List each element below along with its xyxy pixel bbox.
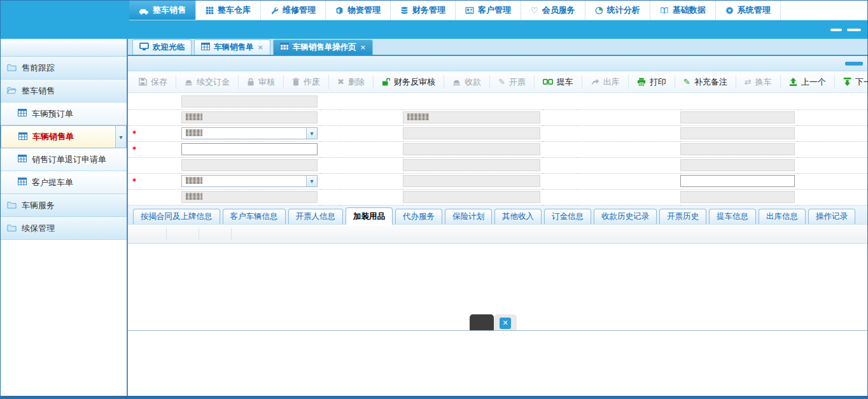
purchase-type-label [577, 141, 680, 157]
nav-stats-analysis[interactable]: 统计分析 [585, 1, 650, 20]
detail-tab[interactable]: 收款历史记录 [594, 209, 657, 224]
sidebar-item[interactable]: 续保管理 [1, 217, 127, 240]
nav-customer-mgmt[interactable]: 客户管理 [456, 1, 521, 20]
delete-button[interactable]: ✖删除 [329, 75, 374, 89]
outbound-button[interactable]: 出库 [582, 75, 629, 89]
document-tab[interactable]: 欢迎光临 [132, 39, 192, 55]
detail-tab[interactable]: 代办服务 [395, 209, 442, 224]
close-icon[interactable] [500, 318, 511, 329]
detail-tab[interactable]: 加装用品 [346, 207, 393, 225]
purchase-type-value [680, 143, 795, 155]
print-button[interactable]: 打印 [629, 75, 675, 89]
button-label: 删除 [348, 76, 365, 88]
coins-icon [400, 6, 409, 15]
nav-label: 维修管理 [283, 4, 316, 16]
button-label: 下一个 [855, 76, 868, 88]
add-remark-button[interactable]: ✎补充备注 [675, 75, 736, 89]
reg-time-value [680, 191, 795, 203]
order-form [128, 93, 867, 206]
invalidate-button[interactable]: 作废 [284, 75, 329, 89]
add-accessory-button[interactable] [134, 228, 167, 241]
button-label: 补充备注 [694, 76, 727, 88]
invoicer-select[interactable] [181, 127, 318, 139]
model-name-value [403, 127, 540, 139]
nav-label: 物资管理 [347, 4, 381, 16]
sidebar-item-label: 售前跟踪 [22, 62, 55, 74]
creator-value [181, 191, 318, 203]
detail-tab[interactable]: 提车信息 [709, 209, 756, 224]
change-car-button[interactable]: ⇄换车 [736, 75, 781, 89]
detail-tab[interactable]: 订金信息 [544, 209, 591, 224]
mobile-value [403, 111, 540, 123]
document-tab[interactable]: 车辆销售单操作页× [273, 39, 373, 55]
close-tab-icon[interactable]: × [258, 43, 263, 52]
grid-refresh-button[interactable] [167, 228, 199, 241]
previous-button[interactable]: 上一个 [781, 75, 835, 89]
detail-fee-toggle[interactable] [470, 314, 494, 332]
detail-tab[interactable]: 按揭合同及上牌信息 [133, 209, 220, 224]
invoicer-label [128, 125, 181, 141]
card-icon [465, 6, 474, 15]
pickup-car-button[interactable]: 提车 [535, 75, 582, 89]
remark-input[interactable] [680, 175, 795, 187]
folder-icon [7, 63, 17, 73]
button-label: 财务反审核 [394, 76, 435, 88]
nav-material-mgmt[interactable]: 物资管理 [326, 1, 391, 20]
channel-value [680, 111, 795, 123]
detail-tab[interactable]: 开票人信息 [288, 209, 344, 224]
nav-vehicle-sales[interactable]: 整车销售 [129, 1, 196, 20]
audit-button[interactable]: 审核 [239, 75, 284, 89]
finance-unaudit-button[interactable]: 财务反审核 [374, 75, 444, 89]
table-icon [18, 109, 27, 118]
sidebar-item[interactable]: 车辆销售单 [1, 125, 127, 148]
detail-tab[interactable]: 开票历史 [659, 209, 706, 224]
nav-system-mgmt[interactable]: 系统管理 [716, 1, 781, 20]
button-label: 作废 [304, 76, 320, 88]
nav-finance-mgmt[interactable]: 财务管理 [391, 1, 456, 20]
detail-tab[interactable]: 其他收入 [494, 209, 542, 224]
sidebar-item-label: 车辆预订单 [32, 108, 73, 120]
bottom-bar [1, 396, 867, 398]
logout-button[interactable] [847, 29, 861, 31]
detail-tab[interactable]: 保险计划 [445, 209, 492, 224]
grid-audit-button[interactable] [199, 228, 232, 241]
nav-label: 客户管理 [478, 4, 511, 16]
arrears-label [577, 157, 680, 173]
switch-org-button[interactable] [830, 29, 842, 31]
model-name-label [339, 125, 403, 141]
nav-member-service[interactable]: ♡会员服务 [521, 1, 585, 20]
close-tab-icon[interactable]: × [360, 43, 366, 52]
sidebar-item[interactable]: 销售订单退订申请单 [1, 148, 127, 171]
save-button[interactable]: 保存 [130, 75, 176, 89]
customer-value [181, 111, 318, 123]
sidebar-item[interactable]: 整车销售 [1, 80, 127, 102]
sidebar-item[interactable]: 客户提车单 [1, 171, 127, 194]
next-button[interactable]: 下一个 [835, 75, 868, 89]
document-tab[interactable]: 车辆销售单× [194, 39, 270, 55]
sidebar-item-label: 整车销售 [22, 85, 55, 97]
nav-base-data[interactable]: 基础数据 [650, 1, 716, 20]
deposit-value [403, 159, 540, 171]
renew-deposit-button[interactable]: 续交订金 [176, 75, 239, 89]
sidebar-item[interactable]: 车辆预订单 [1, 102, 127, 125]
swap-icon: ⇄ [745, 77, 752, 87]
sidebar-item[interactable]: 售前跟踪 [1, 57, 127, 80]
toolbar: 保存续交订金审核作废✖删除财务反审核收款✎开票提车出库打印✎补充备注⇄换车上一个… [128, 71, 867, 93]
table-icon [18, 132, 27, 142]
invoice-button[interactable]: ✎开票 [490, 75, 535, 89]
car-icon [139, 6, 149, 15]
receive-payment-button[interactable]: 收款 [444, 75, 490, 89]
detail-tab[interactable]: 操作记录 [808, 209, 855, 224]
pay-method-input[interactable] [181, 143, 318, 155]
detail-fee-overlay [470, 314, 517, 332]
detail-tab[interactable]: 客户车辆信息 [223, 209, 286, 224]
deposit-label [339, 157, 403, 173]
nav-repair-mgmt[interactable]: 维修管理 [261, 1, 326, 20]
help-button[interactable] [845, 62, 863, 66]
tab-label: 车辆销售单 [214, 42, 254, 53]
detail-tab[interactable]: 出库信息 [759, 209, 806, 224]
nav-vehicle-warehouse[interactable]: 整车仓库 [196, 1, 261, 20]
advisor-select[interactable] [181, 175, 318, 187]
table-icon [18, 178, 27, 187]
sidebar-item[interactable]: 车辆服务 [1, 194, 127, 217]
